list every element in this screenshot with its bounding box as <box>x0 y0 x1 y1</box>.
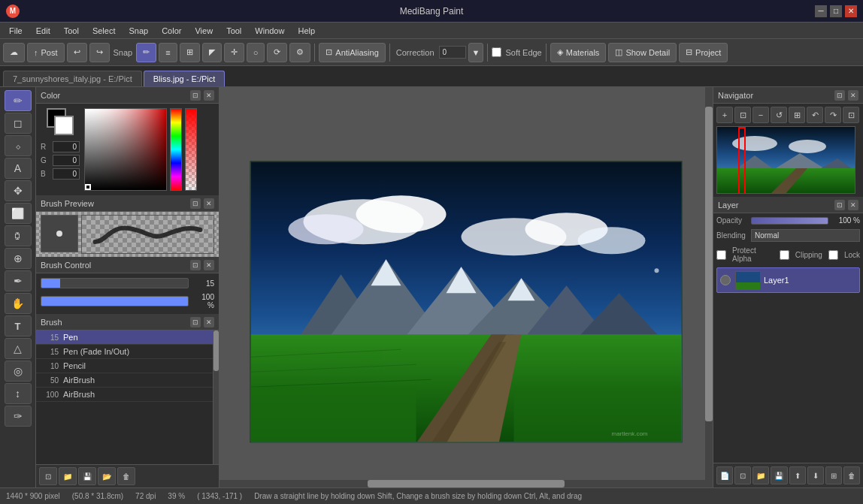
materials-button[interactable]: ◈ Materials <box>550 43 607 62</box>
menu-view[interactable]: View <box>189 25 219 37</box>
tool-smudge[interactable]: ↕ <box>5 383 32 404</box>
lock-checkbox[interactable] <box>828 250 838 260</box>
opacity-slider[interactable] <box>751 217 828 225</box>
undo-button[interactable]: ↩ <box>67 43 87 62</box>
close-button[interactable]: ✕ <box>845 5 857 17</box>
nav-zoom-in[interactable]: + <box>716 107 733 123</box>
antialiasing-button[interactable]: ⊡ AntiAliasing <box>319 43 385 62</box>
hue-strip[interactable] <box>170 108 182 191</box>
snap-cross-button[interactable]: ✛ <box>224 43 244 62</box>
tool-zoom[interactable]: ⊕ <box>5 248 32 269</box>
canvas-vscroll-thumb[interactable] <box>705 107 713 421</box>
canvas-hscroll-thumb[interactable] <box>368 480 565 487</box>
nav-fit[interactable]: ⊡ <box>734 107 751 123</box>
show-detail-button[interactable]: ◫ Show Detail <box>608 43 677 62</box>
brush-folder-button[interactable]: 📁 <box>59 467 77 485</box>
maximize-button[interactable]: □ <box>830 5 842 17</box>
menu-window[interactable]: Window <box>249 25 290 37</box>
menu-edit[interactable]: Edit <box>30 25 56 37</box>
protect-alpha-checkbox[interactable] <box>716 250 726 260</box>
brush-list-close[interactable]: ✕ <box>204 317 214 327</box>
layer-merge-button[interactable]: ⊞ <box>825 466 842 484</box>
brush-item-airbrush[interactable]: 50 AirBrush <box>36 373 213 388</box>
layer-move-down-button[interactable]: ⬇ <box>807 466 824 484</box>
alpha-strip[interactable] <box>185 108 197 191</box>
navigator-expand[interactable]: ⊡ <box>834 90 845 101</box>
tool-shape[interactable]: △ <box>5 338 32 359</box>
tab-bliss[interactable]: Bliss.jpg - E:/Pict <box>144 71 226 86</box>
tab-sunnyshores[interactable]: 7_sunnyshores_italy.jpg - E:/Pict <box>3 71 142 86</box>
soft-edge-checkbox[interactable] <box>492 47 501 57</box>
menu-color[interactable]: Color <box>156 25 187 37</box>
brush-add-button[interactable]: ⊡ <box>39 467 57 485</box>
brush-delete-button[interactable]: 🗑 <box>117 467 135 485</box>
nav-fit-h[interactable]: ⊞ <box>789 107 805 123</box>
nav-reset[interactable]: ↺ <box>771 107 787 123</box>
opacity-slider[interactable] <box>41 296 189 306</box>
snap-angle-button[interactable]: ◤ <box>202 43 222 62</box>
canvas-image[interactable]: martlenk.com <box>250 161 683 442</box>
tool-T[interactable]: T <box>5 315 32 337</box>
brush-list-expand[interactable]: ⊡ <box>190 317 201 327</box>
g-input[interactable] <box>53 155 80 166</box>
layer-move-up-button[interactable]: ⬆ <box>789 466 806 484</box>
layer-item-1[interactable]: Layer1 <box>716 267 860 293</box>
brush-item-airbrush2[interactable]: 100 AirBrush <box>36 388 213 402</box>
navigator-preview[interactable] <box>716 126 855 194</box>
snap-wave-button[interactable]: ⟳ <box>267 43 287 62</box>
menu-help[interactable]: Help <box>292 25 321 37</box>
snap-lines-button[interactable]: ≡ <box>159 43 177 62</box>
snap-circle-button[interactable]: ○ <box>247 43 265 62</box>
correction-dropdown-button[interactable]: ▼ <box>468 43 484 62</box>
layer-visibility-toggle[interactable] <box>720 275 731 285</box>
brush-list-scrollbar[interactable] <box>213 330 219 464</box>
toolbar-cloud-button[interactable]: ☁ <box>3 43 25 62</box>
brush-preview-close[interactable]: ✕ <box>204 198 214 209</box>
post-button[interactable]: ↑ Post <box>27 43 65 62</box>
color-gradient-picker[interactable] <box>84 108 167 191</box>
layer-delete-button[interactable]: 🗑 <box>843 466 860 484</box>
tool-brush[interactable]: ✏ <box>5 90 32 111</box>
tool-move[interactable]: ✥ <box>5 180 32 201</box>
tool-hand[interactable]: ✋ <box>5 293 32 314</box>
nav-rotate-cw[interactable]: ↷ <box>825 107 841 123</box>
project-button[interactable]: ⊟ Project <box>679 43 728 62</box>
brush-control-close[interactable]: ✕ <box>204 260 214 270</box>
b-input[interactable] <box>53 168 80 180</box>
menu-file[interactable]: File <box>3 25 29 37</box>
tool-select-rect[interactable]: ⬜ <box>5 203 32 224</box>
brush-control-expand[interactable]: ⊡ <box>190 260 201 270</box>
color-panel-expand[interactable]: ⊡ <box>190 90 201 101</box>
brush-open-button[interactable]: 📂 <box>98 467 116 485</box>
layer-add-button[interactable]: 📄 <box>716 466 733 484</box>
color-panel-close[interactable]: ✕ <box>204 90 214 101</box>
brush-item-pen-fade[interactable]: 15 Pen (Fade In/Out) <box>36 345 213 359</box>
r-input[interactable] <box>53 141 80 152</box>
layer-panel-close[interactable]: ✕ <box>848 200 858 210</box>
tool-pen-nib[interactable]: ✑ <box>5 406 32 427</box>
menu-tool[interactable]: Tool <box>58 25 85 37</box>
brush-item-pencil[interactable]: 10 Pencil <box>36 359 213 373</box>
canvas-vscroll[interactable] <box>705 87 713 480</box>
tool-text[interactable]: A <box>5 158 32 179</box>
brush-item-pen[interactable]: 15 Pen <box>36 330 213 345</box>
snap-settings-button[interactable]: ⚙ <box>289 43 310 62</box>
canvas-hscroll[interactable] <box>220 480 713 487</box>
brush-preview-expand[interactable]: ⊡ <box>190 198 201 209</box>
redo-button[interactable]: ↪ <box>89 43 110 62</box>
nav-flip[interactable]: ⊡ <box>843 107 859 123</box>
clipping-checkbox[interactable] <box>780 250 789 260</box>
blending-select[interactable]: Normal Multiply Screen Overlay <box>751 229 860 242</box>
brush-save-button[interactable]: 💾 <box>78 467 96 485</box>
tool-lasso[interactable]: ⧮ <box>5 225 32 246</box>
nav-zoom-out[interactable]: − <box>752 107 769 123</box>
nav-rotate-ccw[interactable]: ↶ <box>807 107 823 123</box>
snap-pencil-button[interactable]: ✏ <box>136 43 156 62</box>
background-color-swatch[interactable] <box>54 116 74 135</box>
size-slider[interactable] <box>41 278 189 288</box>
snap-grid-button[interactable]: ⊞ <box>180 43 200 62</box>
layer-folder-button[interactable]: 📁 <box>752 466 769 484</box>
menu-snap[interactable]: Snap <box>123 25 154 37</box>
layer-save-button[interactable]: 💾 <box>771 466 787 484</box>
canvas-area[interactable]: martlenk.com <box>220 87 713 487</box>
